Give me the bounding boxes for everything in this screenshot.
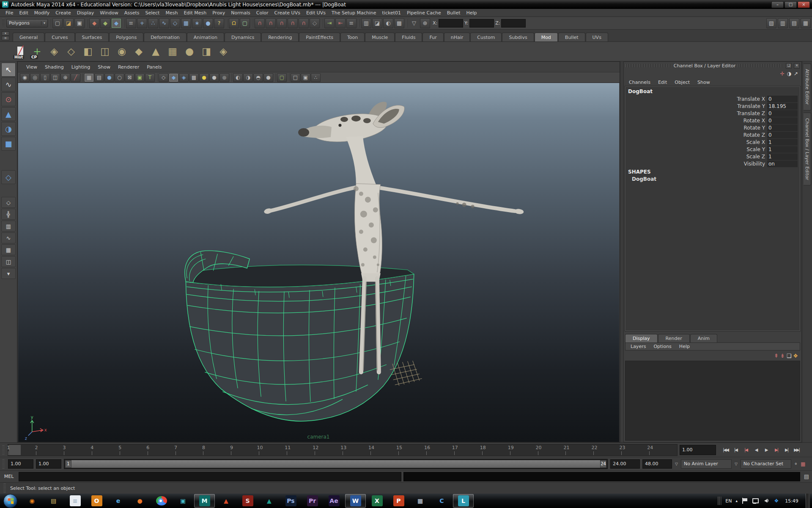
layer-editor-tab[interactable]: Display — [625, 334, 658, 342]
frame-tick[interactable]: 12 — [315, 444, 343, 456]
timeline-ruler[interactable]: 123456789101112131415161718192021222324 — [8, 444, 678, 456]
combine-button[interactable]: ◉ — [114, 44, 129, 59]
layout-hypershade-persp[interactable]: ▦ — [1, 244, 16, 255]
anim-layer-select[interactable]: No Anim Layer — [681, 459, 732, 469]
render-settings-icon[interactable]: ▩ — [394, 18, 404, 28]
playback-start-field[interactable] — [36, 459, 61, 469]
frame-tick[interactable]: 15 — [398, 444, 426, 456]
group-separator[interactable] — [405, 18, 408, 28]
mask-rendering-icon[interactable]: ● — [203, 18, 213, 28]
internet-explorer-app[interactable]: e — [108, 494, 129, 508]
dropbox-icon[interactable]: ❖ — [773, 498, 780, 504]
menu-item[interactable]: Edit — [16, 9, 31, 17]
vp-gate-mask-icon[interactable]: ○ — [115, 73, 124, 82]
hist-button[interactable]: ╱ Hist — [13, 44, 28, 59]
vp-shaded-icon[interactable]: ◆ — [169, 73, 178, 82]
mask-surfaces-icon[interactable]: ◇ — [170, 18, 180, 28]
channel-name[interactable]: Translate X — [625, 96, 765, 102]
channel-value[interactable]: 0 — [767, 117, 798, 124]
vp-image-plane-icon[interactable]: ◫ — [50, 73, 60, 82]
dock-close-button[interactable]: × — [794, 63, 800, 69]
frame-tick[interactable]: 9 — [231, 444, 259, 456]
make-live-icon[interactable]: ◇ — [310, 18, 320, 28]
channel-name[interactable]: Translate Y — [625, 103, 765, 109]
tray-grip[interactable] — [718, 497, 721, 505]
mask-dynamics-icon[interactable]: ∗ — [192, 18, 202, 28]
channel-name[interactable]: Translate Z — [625, 110, 765, 116]
menu-item[interactable]: Select — [142, 9, 162, 17]
vp-xray-icon[interactable]: □ — [291, 73, 300, 82]
channel-value[interactable]: 0 — [767, 124, 798, 131]
maya-app[interactable]: M — [194, 494, 215, 508]
vp-use-default-material-icon[interactable]: ▩ — [189, 73, 199, 82]
character-set-dropdown-icon[interactable]: ▽ — [734, 462, 738, 466]
layouts-menu[interactable]: ▾ — [1, 268, 16, 279]
frame-tick[interactable]: 24 — [649, 444, 677, 456]
media-player-app[interactable]: ◉ — [22, 494, 42, 508]
chrome-app[interactable] — [151, 494, 172, 508]
title-bar[interactable]: M Autodesk Maya 2014 x64 - Educational V… — [0, 0, 812, 9]
vp-grid-icon[interactable]: ▦ — [84, 73, 94, 82]
save-scene-icon[interactable]: ▣ — [74, 18, 85, 28]
snap-curve-icon[interactable]: ∩ — [266, 18, 276, 28]
menu-item[interactable]: Normals — [228, 9, 253, 17]
channel-box-tab[interactable]: Channel Box / Layer Editor — [804, 113, 811, 186]
channel-name[interactable]: Scale Z — [625, 154, 765, 160]
lock-selection-icon[interactable]: Ω — [229, 18, 239, 28]
menu-item[interactable]: ticket01 — [379, 9, 404, 17]
channel-box-menu-item[interactable]: Object — [671, 79, 693, 86]
vp-bookmark-icon[interactable]: ▯ — [40, 73, 50, 82]
vp-select-camera-icon[interactable]: ◉ — [20, 73, 30, 82]
vp-shade-smooth-icon[interactable]: ◐ — [233, 73, 243, 82]
frame-tick[interactable]: 7 — [176, 444, 203, 456]
aftereffects-app[interactable]: Ae — [324, 494, 344, 508]
frame-tick[interactable]: 2 — [36, 444, 64, 456]
group-separator[interactable] — [251, 18, 254, 28]
vp-film-gate-icon[interactable]: ▤ — [94, 73, 104, 82]
layout-persp-graph[interactable]: ∿ — [1, 232, 16, 243]
show-desktop-button[interactable] — [806, 494, 810, 508]
channel-box-menu-item[interactable]: Edit — [655, 79, 670, 86]
dock-grip[interactable] — [738, 64, 784, 67]
range-slider-grip[interactable] — [2, 459, 5, 469]
output-connections-icon[interactable]: ⇤ — [335, 18, 346, 28]
network-icon[interactable] — [752, 498, 759, 504]
shape-node-name[interactable]: DogBoat — [625, 175, 800, 183]
menu-item[interactable]: Display — [74, 9, 97, 17]
slider-mode-icon[interactable]: ↗ — [794, 71, 798, 76]
frame-tick[interactable]: 16 — [426, 444, 454, 456]
step-back-key-button[interactable]: |◀ — [741, 445, 751, 455]
menu-set-dropdown[interactable]: Polygons ▾ — [6, 19, 48, 28]
help-line-grip[interactable] — [3, 483, 6, 493]
delete-edge-button[interactable]: ▦ — [165, 44, 180, 59]
group-separator[interactable] — [122, 18, 125, 28]
split-polygon-button[interactable]: ◇ — [63, 44, 79, 59]
y-coordinate-input[interactable] — [469, 19, 494, 28]
group-separator[interactable] — [321, 18, 324, 28]
menu-item[interactable]: Create UVs — [272, 9, 303, 17]
planar-projection-button[interactable]: ◨ — [199, 44, 214, 59]
corel-app[interactable]: C — [431, 494, 452, 508]
vp-2d-pan-zoom-icon[interactable]: ⊕ — [60, 73, 70, 82]
frame-tick[interactable]: 14 — [370, 444, 398, 456]
notepad-app[interactable]: ≡ — [65, 494, 85, 508]
viewport-menu-item[interactable]: View — [23, 64, 41, 71]
l-app[interactable]: L — [453, 494, 474, 508]
vp-light-default-icon[interactable]: ● — [209, 73, 219, 82]
vp-light-none-icon[interactable]: ● — [219, 73, 229, 82]
menu-item[interactable]: Color — [253, 9, 272, 17]
channel-value[interactable]: 18.195 — [767, 103, 798, 110]
rotate-tool[interactable]: ◑ — [1, 122, 16, 136]
speed-control-icon[interactable]: ◑ — [787, 71, 791, 76]
group-separator[interactable] — [225, 18, 228, 28]
shelf-tab-switcher[interactable]: ▾ — [2, 31, 9, 36]
excel-app[interactable]: X — [367, 494, 387, 508]
viewport-menu-item[interactable]: Renderer — [115, 64, 143, 71]
channel-value[interactable]: 0 — [767, 96, 798, 102]
shelf-tab[interactable]: Bullet — [558, 33, 585, 41]
vp-field-chart-icon[interactable]: ⊠ — [125, 73, 134, 82]
frame-tick[interactable]: 3 — [64, 444, 92, 456]
shelf-tab[interactable]: Animation — [187, 33, 224, 41]
action-center-icon[interactable] — [741, 498, 748, 504]
frame-tick[interactable]: 4 — [92, 444, 120, 456]
